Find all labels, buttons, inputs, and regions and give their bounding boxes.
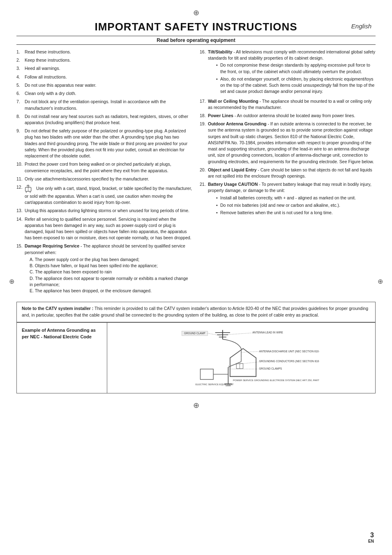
page-number: 3 xyxy=(370,532,374,539)
list-item: 11. Only use attachments/accessories spe… xyxy=(16,176,192,182)
language-label: English xyxy=(351,23,371,30)
list-item: 8. Do not install near any heat sources … xyxy=(16,113,192,126)
list-item: 16. Tilt/Stability - All televisions mus… xyxy=(200,49,376,96)
list-item: 2. Keep these instructions. xyxy=(16,57,192,63)
list-item: 1. Read these instructions. xyxy=(16,49,192,55)
list-item: 18. Power Lines - An outdoor antenna sho… xyxy=(200,113,376,119)
note-box: Note to the CATV system installer : This… xyxy=(16,302,376,322)
cart-icon xyxy=(25,184,34,193)
svg-line-13 xyxy=(208,333,221,335)
list-item: 10. Protect the power cord from being wa… xyxy=(16,161,192,173)
page-number-area: 3 EN xyxy=(368,532,374,543)
antenna-diagram-svg: GROUND CLAMP ANTENNA LEAD IN WIRE ANTENN… xyxy=(163,326,319,390)
svg-text:GROUND CLAMPS: GROUND CLAMPS xyxy=(259,367,282,370)
svg-point-6 xyxy=(27,185,28,186)
list-item: 9. Do not defeat the safety purpose of t… xyxy=(16,128,192,159)
top-compass-icon: ⊕ xyxy=(16,8,376,17)
left-column: 1. Read these instructions. 2. Keep thes… xyxy=(16,49,192,296)
svg-text:ELECTRIC SERVICE EQUIPMENT: ELECTRIC SERVICE EQUIPMENT xyxy=(196,383,234,385)
page-title: IMPORTANT SAFETY INSTRUCTIONS xyxy=(16,21,376,33)
antenna-diagram: GROUND CLAMP ANTENNA LEAD IN WIRE ANTENN… xyxy=(107,323,375,393)
bottom-compass-icon: ⊕ xyxy=(16,401,376,410)
svg-text:GROUNDING CONDUCTORS (NEC SECT: GROUNDING CONDUCTORS (NEC SECTION 810-21… xyxy=(259,360,319,363)
list-item: 15. Damage Requiring Service - The appli… xyxy=(16,243,192,294)
list-item: 13. Unplug this apparatus during lightni… xyxy=(16,208,192,214)
subtitle: Read before operating equipment xyxy=(16,36,376,45)
right-column: 16. Tilt/Stability - All televisions mus… xyxy=(200,49,376,296)
svg-line-20 xyxy=(241,352,258,352)
antenna-title: Example of Antenna Grounding as per NEC … xyxy=(17,323,107,393)
list-item: 4. Follow all instructions. xyxy=(16,74,192,80)
list-item: 21. Battery Usage CAUTION - To prevent b… xyxy=(200,181,376,217)
list-item: 7. Do not block any of the ventilation o… xyxy=(16,99,192,111)
antenna-section: Example of Antenna Grounding as per NEC … xyxy=(16,322,376,393)
list-item: 12. Use only with a cart, stand, tripod,… xyxy=(16,184,192,206)
list-item: 19. Outdoor Antenna Grounding - If an ou… xyxy=(200,121,376,165)
left-compass-icon: ⊕ xyxy=(9,278,14,285)
page-number-sub: EN xyxy=(368,539,374,543)
svg-rect-30 xyxy=(200,369,213,379)
list-item: 6. Clean only with a dry cloth. xyxy=(16,90,192,97)
list-item: 20. Object and Liquid Entry - Care shoul… xyxy=(200,167,376,179)
svg-text:ANTENNA LEAD IN WIRE: ANTENNA LEAD IN WIRE xyxy=(252,331,283,334)
list-item: 14. Refer all servicing to qualified ser… xyxy=(16,216,192,241)
svg-text:POWER SERVICE GROUNDING ELECTR: POWER SERVICE GROUNDING ELECTRODE SYSTEM… xyxy=(233,379,319,382)
svg-text:ANTENNA DISCHARGE UNIT (NEC SE: ANTENNA DISCHARGE UNIT (NEC SECTION 810-… xyxy=(259,350,319,353)
list-item: 3. Heed all warnings. xyxy=(16,65,192,72)
list-item: 5. Do not use this apparatus near water. xyxy=(16,82,192,88)
svg-line-15 xyxy=(224,333,251,335)
note-label: Note to the CATV system installer : xyxy=(22,306,93,311)
list-item: 17. Wall or Ceiling Mounting - The appli… xyxy=(200,98,376,111)
right-compass-icon: ⊕ xyxy=(378,278,383,285)
svg-text:GROUND CLAMP: GROUND CLAMP xyxy=(184,332,205,335)
